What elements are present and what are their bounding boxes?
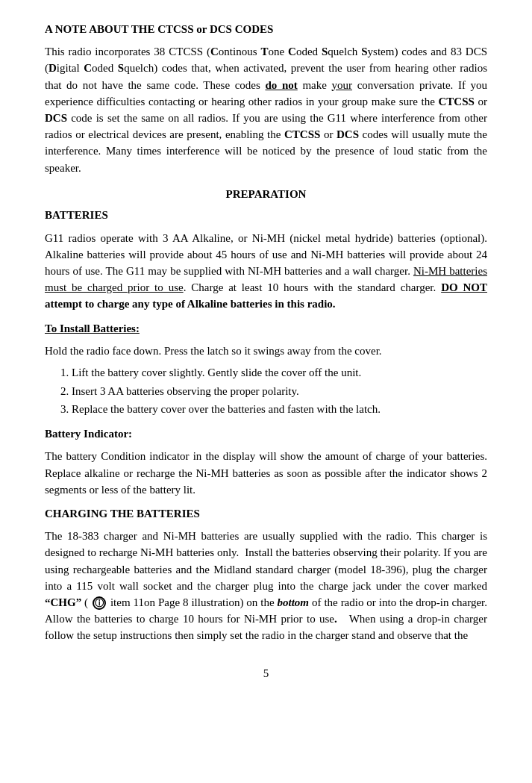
batteries-heading: BATTERIES — [45, 207, 487, 223]
dcs-c: C — [84, 62, 92, 74]
dcs-d: D — [48, 62, 57, 74]
attempt-bold: attempt to charge any type of Alkaline b… — [45, 298, 336, 310]
ctcss-s2: S — [361, 46, 367, 57]
install-batteries-intro: Hold the radio face down. Press the latc… — [45, 343, 487, 359]
ctcss-heading: A NOTE ABOUT THE CTCSS or DCS CODES — [45, 21, 487, 37]
nimh-underline: Ni-MH batteries must be charged prior to… — [45, 265, 487, 293]
install-batteries-heading-text: To Install Batteries: — [45, 322, 140, 334]
batteries-heading-text: BATTERIES — [45, 209, 108, 221]
charging-heading-text: CHARGING THE BATTERIES — [45, 508, 200, 520]
ctcss-bold-1: CTCSS — [439, 96, 475, 107]
battery-indicator-heading: Battery Indicator: — [45, 425, 487, 442]
bottom-text: bottom — [278, 596, 310, 608]
battery-indicator-paragraph: The battery Condition indicator in the d… — [45, 448, 487, 498]
dcs-s: S — [118, 62, 124, 74]
dcs-bold-1: DCS — [45, 112, 67, 124]
ctcss-paragraph: This radio incorporates 38 CTCSS (Contin… — [45, 43, 487, 176]
install-step-3: Replace the battery cover over the batte… — [72, 402, 487, 418]
ctcss-bold-2: CTCSS — [284, 128, 320, 140]
charging-paragraph: The 18-383 charger and Ni-MH batteries a… — [45, 528, 487, 643]
install-step-2: Insert 3 AA batteries observing the prop… — [72, 384, 487, 400]
chg-label: “CHG” — [45, 596, 81, 608]
chg-icon: ⓘ — [93, 596, 106, 610]
ctcss-t: T — [260, 46, 268, 57]
do-not-text: do not — [265, 79, 297, 91]
battery-indicator-heading-text: Battery Indicator: — [45, 428, 132, 440]
page-number: 5 — [45, 666, 487, 682]
your-text: your — [332, 79, 353, 91]
charging-heading: CHARGING THE BATTERIES — [45, 505, 487, 522]
ctcss-heading-text: A NOTE ABOUT THE CTCSS or DCS CODES — [45, 23, 273, 35]
ctcss-c: C — [210, 46, 219, 57]
batteries-paragraph: G11 radios operate with 3 AA Alkaline, o… — [45, 230, 487, 313]
install-step-1: Lift the battery cover slightly. Gently … — [72, 365, 487, 381]
install-batteries-list: Lift the battery cover slightly. Gently … — [72, 365, 487, 418]
ctcss-c2: C — [288, 46, 296, 57]
do-not-bold: DO NOT — [441, 281, 487, 293]
preparation-title: PREPARATION — [45, 187, 487, 203]
ctcss-s: S — [322, 46, 328, 57]
page: A NOTE ABOUT THE CTCSS or DCS CODES This… — [0, 0, 532, 783]
dcs-bold-2: DCS — [337, 128, 359, 140]
install-batteries-heading: To Install Batteries: — [45, 320, 487, 337]
